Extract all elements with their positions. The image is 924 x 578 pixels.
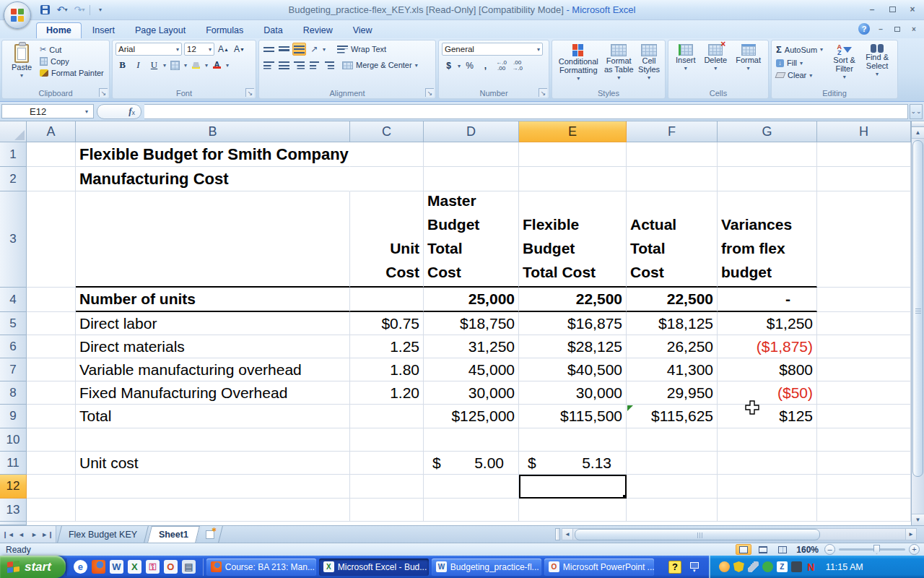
merge-center-button[interactable]: Merge & Center▾ (341, 60, 419, 70)
cell-E11[interactable]: $5.13 (519, 452, 627, 475)
cell-A12[interactable] (27, 475, 76, 499)
cell-B3[interactable] (76, 191, 350, 288)
column-header-F[interactable]: F (627, 121, 718, 142)
cell-F6[interactable]: 26,250 (627, 335, 718, 358)
cell-E13[interactable] (519, 499, 627, 522)
increase-indent-button[interactable] (323, 59, 336, 72)
bold-button[interactable]: B (116, 59, 129, 72)
ie-icon[interactable]: e (74, 560, 87, 574)
cell-B4[interactable]: Number of units (76, 288, 350, 312)
middle-align-button[interactable] (277, 43, 291, 56)
cell-H13[interactable] (817, 499, 911, 522)
vertical-scroll-thumb[interactable] (912, 140, 923, 477)
paste-button[interactable]: Paste▾ (5, 43, 38, 82)
cell-G2[interactable] (718, 167, 817, 191)
column-header-A[interactable]: A (27, 121, 76, 142)
office-button[interactable] (4, 1, 31, 29)
number-dialog-launcher[interactable]: ↘ (539, 88, 547, 97)
align-right-button[interactable] (292, 59, 306, 72)
tray-n-icon[interactable]: N (806, 561, 816, 572)
cell-G6[interactable]: ($1,875) (718, 335, 817, 358)
increase-decimal-button[interactable]: ←.0.00 (494, 59, 508, 72)
zoom-in-button[interactable]: + (909, 544, 920, 555)
name-box[interactable]: E12▾ (1, 104, 94, 118)
formula-input[interactable] (144, 104, 908, 119)
cell-F10[interactable] (627, 428, 718, 452)
row-header-1[interactable]: 1 (0, 142, 27, 167)
cell-G11[interactable] (718, 452, 817, 475)
accounting-format-button[interactable]: $ (442, 59, 456, 72)
normal-view-button[interactable] (736, 544, 751, 555)
help-notification-icon[interactable]: ? (668, 561, 681, 574)
insert-worksheet-button[interactable] (198, 526, 223, 543)
cell-H5[interactable] (817, 312, 911, 335)
font-color-button[interactable]: A (210, 59, 224, 72)
format-cells-button[interactable]: Format▾ (733, 43, 763, 74)
row-header-6[interactable]: 6 (0, 335, 27, 358)
cell-F7[interactable]: 41,300 (627, 358, 718, 381)
cell-A10[interactable] (27, 428, 76, 452)
cell-A6[interactable] (27, 335, 76, 358)
cell-B7[interactable]: Variable manufacturing overhead (76, 358, 350, 381)
insert-function-button[interactable]: fx (97, 104, 141, 119)
cell-B6[interactable]: Direct materials (76, 335, 350, 358)
number-format-combo[interactable]: General▾ (442, 43, 543, 56)
tray-shield-icon[interactable] (733, 561, 744, 572)
cell-B2[interactable]: Manufacturing Cost (76, 167, 350, 191)
cell-G12[interactable] (718, 475, 817, 499)
row-header-11[interactable]: 11 (0, 452, 27, 475)
row-header-10[interactable]: 10 (0, 428, 27, 452)
cell-E5[interactable]: $16,875 (519, 312, 627, 335)
autosum-button[interactable]: ΣAutoSum▾ (775, 43, 824, 56)
font-dialog-launcher[interactable]: ↘ (245, 88, 254, 97)
cell-G8[interactable]: ($50) (718, 381, 817, 405)
cell-C12[interactable] (350, 475, 424, 499)
percent-style-button[interactable]: % (463, 59, 476, 72)
row-header-8[interactable]: 8 (0, 381, 27, 405)
column-header-H[interactable]: H (817, 121, 911, 142)
cell-F9[interactable]: $115,625 (627, 405, 718, 428)
comma-style-button[interactable]: , (479, 59, 492, 72)
zoom-level[interactable]: 160% (796, 545, 819, 555)
cell-A8[interactable] (27, 381, 76, 405)
cell-D2[interactable] (424, 167, 519, 191)
cell-H8[interactable] (817, 381, 911, 405)
cell-B1[interactable]: Flexible Budget for Smith Company (76, 142, 350, 167)
scroll-up-icon[interactable]: ▲ (912, 127, 924, 139)
conditional-formatting-button[interactable]: Conditional Formatting▾ (555, 43, 601, 85)
cell-C6[interactable]: 1.25 (350, 335, 424, 358)
tray-wrench-icon[interactable] (748, 561, 759, 572)
cell-D3[interactable]: Master Budget Total Cost (424, 191, 519, 288)
row-header-4[interactable]: 4 (0, 288, 27, 312)
column-header-D[interactable]: D (424, 121, 519, 142)
cell-F8[interactable]: 29,950 (627, 381, 718, 405)
expand-formula-bar-button[interactable]: ⌄⌄ (910, 104, 923, 119)
minimize-button[interactable]: – (865, 4, 879, 14)
cell-F13[interactable] (627, 499, 718, 522)
zoom-slider-thumb[interactable] (873, 545, 880, 554)
save-button[interactable] (38, 4, 52, 17)
excel-icon[interactable]: X (128, 560, 141, 574)
sort-filter-button[interactable]: AZ Sort & Filter▾ (829, 43, 860, 83)
vertical-split-handle[interactable] (912, 121, 924, 127)
shrink-font-button[interactable]: A▼ (232, 43, 246, 56)
align-left-button[interactable] (262, 59, 276, 72)
grow-font-button[interactable]: A▲ (217, 43, 230, 56)
workbook-restore-button[interactable] (892, 25, 903, 34)
page-layout-view-button[interactable] (755, 544, 771, 555)
cell-E8[interactable]: 30,000 (519, 381, 627, 405)
tab-view[interactable]: View (344, 23, 382, 38)
cell-C10[interactable] (350, 428, 424, 452)
cell-H11[interactable] (817, 452, 911, 475)
italic-button[interactable]: I (131, 59, 145, 72)
workbook-close-button[interactable]: × (908, 25, 920, 34)
column-header-E[interactable]: E (519, 121, 627, 142)
cell-D5[interactable]: $18,750 (424, 312, 519, 335)
row-header-5[interactable]: 5 (0, 312, 27, 335)
clear-button[interactable]: Clear▾ (775, 70, 824, 80)
select-all-corner[interactable] (0, 121, 27, 142)
cell-G10[interactable] (718, 428, 817, 452)
delete-cells-button[interactable]: × Delete▾ (702, 43, 729, 74)
scroll-left-icon[interactable]: ◄ (562, 528, 573, 540)
zoom-out-button[interactable]: – (824, 544, 835, 555)
